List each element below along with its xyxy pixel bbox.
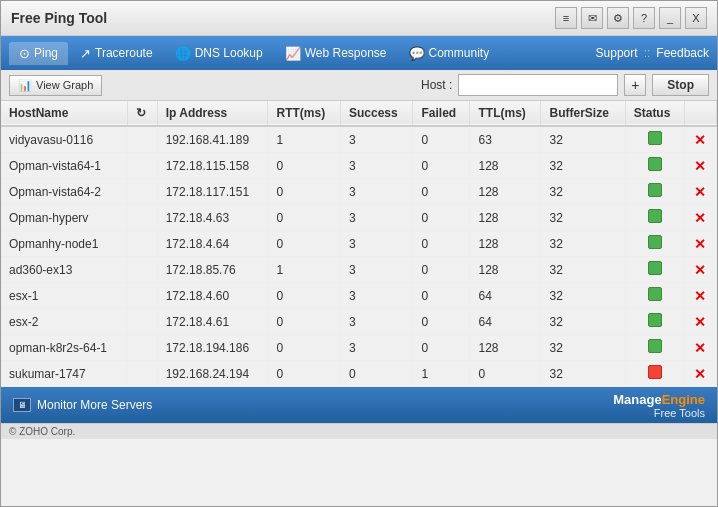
email-button[interactable]: ✉ — [581, 7, 603, 29]
col-ttl: TTL(ms) — [470, 101, 541, 126]
cell-failed: 0 — [413, 309, 470, 335]
col-failed: Failed — [413, 101, 470, 126]
table-row: sukumar-1747 192.168.24.194 0 0 1 0 32 ✕ — [1, 361, 717, 387]
cell-ttl: 63 — [470, 126, 541, 153]
cell-buffersize: 32 — [541, 361, 625, 387]
tab-traceroute-label: Traceroute — [95, 46, 153, 60]
cell-success: 3 — [340, 309, 413, 335]
cell-delete[interactable]: ✕ — [684, 335, 716, 361]
table-row: vidyavasu-0116 192.168.41.189 1 3 0 63 3… — [1, 126, 717, 153]
close-button[interactable]: X — [685, 7, 707, 29]
cell-ip: 172.18.115.158 — [157, 153, 268, 179]
cell-ttl: 128 — [470, 153, 541, 179]
cell-delete[interactable]: ✕ — [684, 309, 716, 335]
cell-refresh[interactable] — [127, 126, 157, 153]
view-graph-button[interactable]: 📊 View Graph — [9, 75, 102, 96]
cell-buffersize: 32 — [541, 153, 625, 179]
cell-ip: 172.18.4.63 — [157, 205, 268, 231]
cell-hostname: Opman-hyperv — [1, 205, 127, 231]
add-host-button[interactable]: + — [624, 74, 646, 96]
delete-icon[interactable]: ✕ — [694, 184, 706, 200]
footer: 🖥 Monitor More Servers ManageEngine Free… — [1, 387, 717, 423]
tab-community-label: Community — [429, 46, 490, 60]
stop-button[interactable]: Stop — [652, 74, 709, 96]
cell-buffersize: 32 — [541, 257, 625, 283]
col-status: Status — [625, 101, 684, 126]
minimize-button[interactable]: _ — [659, 7, 681, 29]
cell-refresh[interactable] — [127, 205, 157, 231]
cell-buffersize: 32 — [541, 126, 625, 153]
delete-icon[interactable]: ✕ — [694, 340, 706, 356]
cell-refresh[interactable] — [127, 153, 157, 179]
settings-button[interactable]: ⚙ — [607, 7, 629, 29]
table-body: vidyavasu-0116 192.168.41.189 1 3 0 63 3… — [1, 126, 717, 387]
cell-delete[interactable]: ✕ — [684, 283, 716, 309]
table-row: ad360-ex13 172.18.85.76 1 3 0 128 32 ✕ — [1, 257, 717, 283]
title-bar: Free Ping Tool ≡ ✉ ⚙ ? _ X — [1, 1, 717, 36]
tab-web-response[interactable]: 📈 Web Response — [275, 42, 397, 65]
cell-delete[interactable]: ✕ — [684, 231, 716, 257]
delete-icon[interactable]: ✕ — [694, 158, 706, 174]
cell-success: 3 — [340, 231, 413, 257]
help-button[interactable]: ? — [633, 7, 655, 29]
cell-success: 3 — [340, 283, 413, 309]
cell-delete[interactable]: ✕ — [684, 153, 716, 179]
ping-table-wrapper: HostName ↻ Ip Address RTT(ms) Success Fa… — [1, 101, 717, 387]
graph-icon: 📊 — [18, 79, 32, 92]
delete-icon[interactable]: ✕ — [694, 262, 706, 278]
cell-refresh[interactable] — [127, 231, 157, 257]
delete-icon[interactable]: ✕ — [694, 288, 706, 304]
cell-refresh[interactable] — [127, 361, 157, 387]
delete-icon[interactable]: ✕ — [694, 132, 706, 148]
brand-name: ManageEngine — [613, 392, 705, 407]
tab-community[interactable]: 💬 Community — [399, 42, 500, 65]
cell-delete[interactable]: ✕ — [684, 361, 716, 387]
cell-success: 3 — [340, 153, 413, 179]
cell-rtt: 0 — [268, 231, 340, 257]
ping-icon: ⊙ — [19, 46, 30, 61]
cell-hostname: vidyavasu-0116 — [1, 126, 127, 153]
cell-hostname: esx-1 — [1, 283, 127, 309]
cell-ttl: 128 — [470, 335, 541, 361]
cell-hostname: Opman-vista64-1 — [1, 153, 127, 179]
cell-refresh[interactable] — [127, 335, 157, 361]
cell-ttl: 128 — [470, 231, 541, 257]
list-button[interactable]: ≡ — [555, 7, 577, 29]
cell-delete[interactable]: ✕ — [684, 179, 716, 205]
tab-dns-lookup[interactable]: 🌐 DNS Lookup — [165, 42, 273, 65]
support-link[interactable]: Support — [596, 46, 638, 60]
cell-status — [625, 179, 684, 205]
col-refresh[interactable]: ↻ — [127, 101, 157, 126]
nav-bar: ⊙ Ping ↗ Traceroute 🌐 DNS Lookup 📈 Web R… — [1, 36, 717, 70]
cell-refresh[interactable] — [127, 309, 157, 335]
table-row: Opmanhy-node1 172.18.4.64 0 3 0 128 32 ✕ — [1, 231, 717, 257]
delete-icon[interactable]: ✕ — [694, 210, 706, 226]
cell-refresh[interactable] — [127, 179, 157, 205]
delete-icon[interactable]: ✕ — [694, 314, 706, 330]
feedback-link[interactable]: Feedback — [656, 46, 709, 60]
host-input[interactable] — [458, 74, 618, 96]
cell-delete[interactable]: ✕ — [684, 205, 716, 231]
cell-success: 3 — [340, 126, 413, 153]
cell-rtt: 0 — [268, 335, 340, 361]
cell-failed: 0 — [413, 179, 470, 205]
cell-delete[interactable]: ✕ — [684, 257, 716, 283]
tab-ping[interactable]: ⊙ Ping — [9, 42, 68, 65]
monitor-servers-link[interactable]: 🖥 Monitor More Servers — [13, 398, 152, 412]
delete-icon[interactable]: ✕ — [694, 236, 706, 252]
col-buffersize: BufferSize — [541, 101, 625, 126]
cell-failed: 0 — [413, 205, 470, 231]
cell-ip: 172.18.4.60 — [157, 283, 268, 309]
cell-refresh[interactable] — [127, 257, 157, 283]
cell-failed: 0 — [413, 283, 470, 309]
cell-refresh[interactable] — [127, 283, 157, 309]
table-row: opman-k8r2s-64-1 172.18.194.186 0 3 0 12… — [1, 335, 717, 361]
cell-hostname: Opman-vista64-2 — [1, 179, 127, 205]
monitor-icon: 🖥 — [13, 398, 31, 412]
window-controls: ≡ ✉ ⚙ ? _ X — [555, 7, 707, 29]
cell-delete[interactable]: ✕ — [684, 126, 716, 153]
tab-traceroute[interactable]: ↗ Traceroute — [70, 42, 163, 65]
cell-status — [625, 335, 684, 361]
delete-icon[interactable]: ✕ — [694, 366, 706, 382]
cell-status — [625, 205, 684, 231]
